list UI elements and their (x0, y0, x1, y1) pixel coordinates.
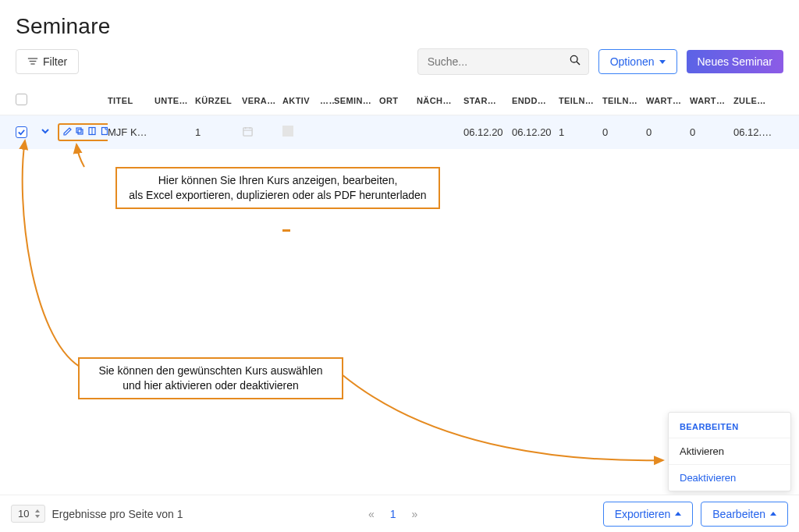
annotation-dash (282, 229, 290, 232)
filter-icon (27, 55, 38, 68)
callout1-line2: als Excel exportieren, duplizieren oder … (126, 188, 429, 203)
status-square-icon (282, 126, 293, 137)
th-titel[interactable]: TITEL (108, 96, 154, 105)
edit-icon[interactable] (62, 126, 72, 138)
table: TITEL UNTE… KÜRZEL VERA… AKTIV … SEMIN… … (0, 86, 799, 149)
calendar-icon (242, 128, 254, 140)
excel-icon[interactable] (87, 126, 97, 138)
export-label: Exportieren (615, 508, 671, 520)
th-zule[interactable]: ZULE… (733, 96, 779, 105)
td-start: 06.12.20 (463, 126, 512, 138)
search-input[interactable] (417, 48, 589, 75)
filter-button[interactable]: Filter (16, 49, 79, 74)
th-vera[interactable]: VERA… (242, 96, 282, 105)
pager: « 1 » (368, 508, 417, 520)
chevron-up-icon (770, 512, 776, 516)
svg-rect-5 (76, 128, 81, 133)
options-button[interactable]: Optionen (598, 49, 677, 74)
table-header: TITEL UNTE… KÜRZEL VERA… AKTIV … SEMIN… … (0, 86, 799, 115)
pager-next[interactable]: » (412, 508, 418, 520)
th-semin[interactable]: SEMIN… (334, 96, 379, 105)
svg-point-3 (570, 55, 577, 62)
new-seminar-label: Neues Seminar (698, 55, 773, 68)
th-end[interactable]: ENDD… (512, 96, 559, 105)
search-wrap (417, 48, 589, 75)
page-title: Seminare (0, 0, 799, 48)
td-teiln1: 1 (559, 126, 602, 138)
th-nach[interactable]: NÄCH… (417, 96, 463, 105)
th-kurz[interactable]: KÜRZEL (195, 96, 242, 105)
td-kurz: 1 (195, 126, 242, 138)
svg-rect-6 (78, 129, 83, 134)
select-all-checkbox[interactable] (16, 94, 27, 105)
expand-row-icon[interactable] (41, 126, 50, 138)
td-vera (242, 126, 282, 140)
new-seminar-button[interactable]: Neues Seminar (687, 50, 784, 73)
chevron-up-icon (675, 512, 681, 516)
options-label: Optionen (610, 55, 655, 68)
td-end: 06.12.20 (512, 126, 559, 138)
table-row[interactable]: MJF Kurs 1 06.12.20 06.12.20 1 0 0 0 06.… (0, 115, 799, 149)
annotation-callout-2: Sie können den gewünschten Kurs auswähle… (78, 357, 343, 399)
callout1-line1: Hier können Sie Ihren Kurs anzeigen, bea… (126, 173, 429, 188)
svg-rect-9 (102, 128, 108, 135)
page-size-select[interactable]: 10 (11, 505, 45, 523)
svg-line-4 (577, 62, 580, 65)
th-teiln2[interactable]: TEILN… (602, 96, 646, 105)
footer: 10 Ergebnisse pro Seite von 1 « 1 » Expo… (0, 495, 799, 532)
td-teiln2: 0 (602, 126, 646, 138)
search-icon (569, 54, 581, 69)
td-zule: 06.12.20 (733, 126, 779, 138)
td-titel: MJF Kurs (108, 126, 154, 138)
row-checkbox[interactable] (16, 126, 27, 138)
edit-label: Bearbeiten (712, 508, 765, 520)
pager-current[interactable]: 1 (390, 508, 396, 520)
dropdown-activate[interactable]: Aktivieren (669, 438, 790, 464)
callout2-line2: und hier aktivieren oder deaktivieren (89, 378, 332, 393)
filter-label: Filter (43, 55, 67, 68)
th-start[interactable]: STAR… (463, 96, 512, 105)
pager-prev[interactable]: « (368, 508, 375, 520)
edit-dropdown: BEARBEITEN Aktivieren Deaktivieren (668, 412, 791, 491)
td-wart1: 0 (646, 126, 690, 138)
th-wart1[interactable]: WART… (646, 96, 690, 105)
dropdown-heading: BEARBEITEN (669, 413, 790, 438)
results-text: Ergebnisse pro Seite von 1 (51, 508, 183, 520)
toolbar: Filter Optionen Neues Seminar (0, 48, 799, 86)
th-wart2[interactable]: WART… (690, 96, 733, 105)
th-unte[interactable]: UNTE… (154, 96, 195, 105)
th-dots[interactable]: … (320, 96, 334, 105)
annotation-callout-1: Hier können Sie Ihren Kurs anzeigen, bea… (115, 167, 440, 209)
callout2-line1: Sie können den gewünschten Kurs auswähle… (89, 364, 332, 378)
td-aktiv (282, 126, 320, 139)
th-aktiv[interactable]: AKTIV (282, 96, 320, 105)
chevron-down-icon (659, 60, 666, 64)
svg-rect-10 (243, 127, 252, 135)
td-wart2: 0 (690, 126, 733, 138)
dropdown-deactivate[interactable]: Deaktivieren (669, 464, 790, 491)
pdf-icon[interactable] (100, 126, 108, 138)
th-ort[interactable]: ORT (379, 96, 417, 105)
duplicate-icon[interactable] (75, 126, 84, 138)
edit-button[interactable]: Bearbeiten (701, 502, 788, 527)
row-actions (58, 123, 108, 141)
export-button[interactable]: Exportieren (603, 502, 694, 527)
th-teiln1[interactable]: TEILN… (559, 96, 602, 105)
